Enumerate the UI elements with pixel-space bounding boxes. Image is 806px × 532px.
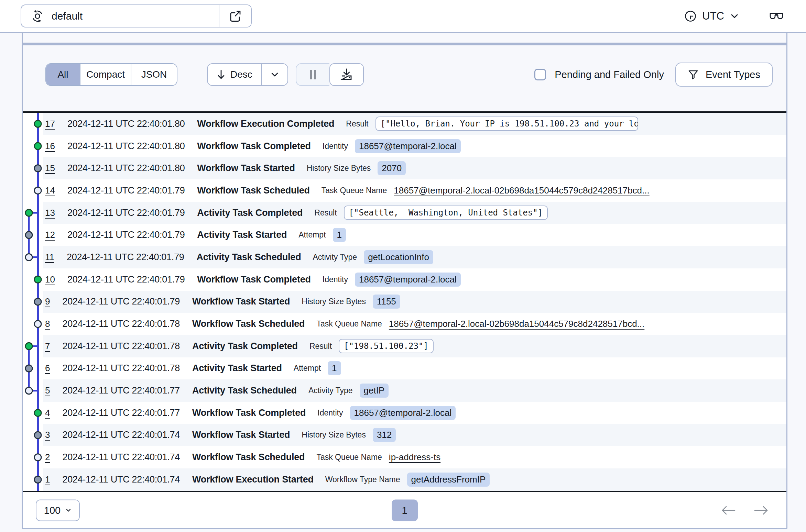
event-row[interactable]: 62024-12-11 UTC 22:40:01.78Activity Task… (43, 357, 786, 380)
event-name: Activity Task Started (197, 230, 287, 240)
namespace-name: default (52, 10, 83, 22)
event-marker-dot (34, 409, 41, 416)
previous-page-arrow[interactable] (721, 505, 736, 516)
download-button[interactable] (329, 63, 364, 86)
event-detail-label: History Size Bytes (302, 297, 366, 306)
event-marker-dot (34, 143, 41, 149)
sort-desc-button[interactable]: Desc (208, 64, 261, 85)
event-row[interactable]: 72024-12-11 UTC 22:40:01.78Activity Task… (43, 335, 786, 357)
event-marker-dot (34, 276, 41, 283)
event-rows: 172024-12-11 UTC 22:40:01.80Workflow Exe… (43, 113, 786, 491)
event-detail-label: Result (314, 208, 337, 218)
page-size-select[interactable]: 100 (36, 499, 80, 521)
event-row[interactable]: 22024-12-11 UTC 22:40:01.74Workflow Task… (43, 446, 786, 468)
event-row[interactable]: 102024-12-11 UTC 22:40:01.79Workflow Tas… (43, 268, 786, 291)
event-timestamp: 2024-12-11 UTC 22:40:01.80 (67, 163, 185, 174)
event-row[interactable]: 82024-12-11 UTC 22:40:01.78Workflow Task… (43, 313, 786, 335)
event-detail-label: Attempt (298, 230, 326, 240)
event-marker-dot (34, 454, 41, 461)
event-row[interactable]: 32024-12-11 UTC 22:40:01.74Workflow Task… (43, 424, 786, 446)
event-detail-badge: 18657@temporal-2.local (355, 139, 461, 153)
event-marker-dot (25, 343, 32, 350)
event-marker-dot (34, 476, 41, 483)
pagination-footer: 100 1 (23, 492, 786, 528)
download-icon (340, 68, 353, 81)
pending-failed-label[interactable]: Pending and Failed Only (555, 69, 664, 80)
current-page-button[interactable]: 1 (392, 499, 418, 521)
event-name: Workflow Task Started (197, 163, 295, 174)
next-page-arrow[interactable] (753, 505, 769, 516)
event-timestamp: 2024-12-11 UTC 22:40:01.77 (62, 408, 179, 418)
event-timestamp: 2024-12-11 UTC 22:40:01.80 (67, 119, 185, 129)
event-marker-dot (25, 387, 32, 394)
namespace-current[interactable]: default (21, 5, 219, 27)
event-row[interactable]: 92024-12-11 UTC 22:40:01.79Workflow Task… (43, 291, 786, 313)
event-detail-label: Identity (317, 408, 343, 418)
tab-json[interactable]: JSON (131, 64, 177, 85)
chevron-down-icon (730, 11, 739, 21)
top-bar: default UTC (0, 0, 806, 33)
sort-options-button[interactable] (261, 64, 287, 85)
pending-failed-checkbox[interactable] (534, 69, 546, 80)
tab-compact[interactable]: Compact (80, 64, 131, 85)
arrow-down-icon (217, 69, 226, 80)
event-marker-dot (25, 209, 32, 216)
event-row[interactable]: 132024-12-11 UTC 22:40:01.79Activity Tas… (43, 202, 786, 224)
event-name: Activity Task Completed (197, 208, 303, 218)
event-detail-badge: 18657@temporal-2.local (350, 406, 456, 420)
namespace-icon (31, 10, 44, 23)
event-detail-badge: 312 (373, 428, 396, 442)
task-queue-link[interactable]: 18657@temporal-2.local-02b698da15044c579… (394, 185, 649, 196)
timezone-selector[interactable]: UTC (684, 10, 739, 22)
task-queue-link[interactable]: ip-address-ts (389, 452, 440, 463)
event-name: Activity Task Scheduled (192, 385, 297, 396)
event-timestamp: 2024-12-11 UTC 22:40:01.78 (62, 363, 179, 374)
chevron-down-icon (65, 507, 72, 513)
stream-controls (296, 63, 364, 86)
event-row[interactable]: 122024-12-11 UTC 22:40:01.79Activity Tas… (43, 224, 786, 246)
event-result-value: ["198.51.100.23"] (339, 339, 434, 353)
event-types-label: Event Types (706, 69, 760, 80)
event-marker-dot (34, 298, 41, 305)
event-row[interactable]: 152024-12-11 UTC 22:40:01.80Workflow Tas… (43, 157, 786, 179)
open-namespace-button[interactable] (219, 5, 251, 27)
glasses-icon[interactable] (768, 8, 785, 24)
event-row[interactable]: 12024-12-11 UTC 22:40:01.74Workflow Exec… (43, 468, 786, 491)
external-link-icon (228, 9, 242, 23)
event-row[interactable]: 112024-12-11 UTC 22:40:01.79Activity Tas… (43, 246, 786, 268)
namespace-switcher[interactable]: default (21, 4, 252, 27)
event-marker-dot (25, 232, 32, 239)
event-name: Workflow Task Scheduled (192, 452, 305, 463)
event-detail-label: Activity Type (313, 253, 357, 262)
event-row[interactable]: 52024-12-11 UTC 22:40:01.77Activity Task… (43, 379, 786, 402)
task-queue-link[interactable]: 18657@temporal-2.local-02b698da15044c579… (389, 319, 644, 329)
event-marker-dot (34, 432, 41, 439)
event-marker-dot (34, 321, 41, 328)
event-name: Workflow Task Scheduled (192, 319, 305, 329)
event-detail-label: Identity (323, 142, 348, 151)
event-name: Workflow Execution Completed (197, 119, 334, 129)
funnel-icon (688, 69, 699, 80)
event-timestamp: 2024-12-11 UTC 22:40:01.74 (62, 430, 179, 440)
event-marker-dot (25, 254, 32, 261)
event-name: Workflow Task Completed (197, 274, 311, 285)
pause-icon (308, 69, 318, 80)
tab-all[interactable]: All (46, 64, 80, 85)
event-name: Activity Task Completed (192, 341, 298, 352)
event-row[interactable]: 142024-12-11 UTC 22:40:01.79Workflow Tas… (43, 179, 786, 202)
event-detail-label: Workflow Type Name (325, 475, 400, 484)
event-row[interactable]: 162024-12-11 UTC 22:40:01.80Workflow Tas… (43, 135, 786, 157)
event-detail-badge: getIP (360, 384, 389, 398)
event-detail-label: Result (309, 342, 332, 351)
event-detail-badge: 18657@temporal-2.local (355, 273, 461, 287)
view-toggle: All Compact JSON (45, 63, 177, 86)
event-detail-badge: getLocationInfo (364, 250, 433, 264)
event-name: Activity Task Scheduled (196, 252, 301, 263)
event-types-button[interactable]: Event Types (675, 63, 773, 87)
event-detail-label: Attempt (294, 364, 321, 373)
event-row[interactable]: 42024-12-11 UTC 22:40:01.77Workflow Task… (43, 402, 786, 424)
event-row[interactable]: 172024-12-11 UTC 22:40:01.80Workflow Exe… (43, 113, 786, 135)
event-timestamp: 2024-12-11 UTC 22:40:01.80 (67, 141, 185, 152)
event-detail-label: Task Queue Name (316, 319, 382, 329)
pause-button[interactable] (296, 63, 329, 86)
